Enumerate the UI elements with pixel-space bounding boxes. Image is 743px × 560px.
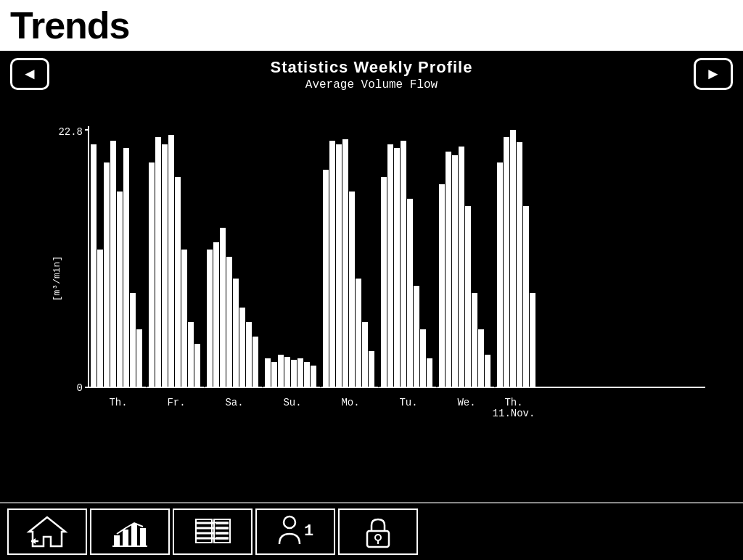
bar-fr-8 [194, 344, 200, 387]
bar-fr-5 [175, 177, 181, 387]
bar-tu-4 [401, 141, 406, 387]
bar-su-6 [297, 358, 303, 387]
bar-tu-2 [387, 144, 393, 387]
bar-fr-1 [149, 162, 155, 387]
bar-th1-6 [123, 148, 129, 387]
bar-tu-8 [427, 358, 432, 387]
next-button[interactable]: ► [694, 58, 733, 90]
bar-mo-5 [349, 192, 355, 387]
home-icon [25, 514, 69, 550]
y-min-label: 0 [77, 382, 83, 394]
chart-header: ◄ Statistics Weekly Profile Average Volu… [10, 58, 733, 91]
bar-su-4 [284, 357, 290, 387]
bar-mo-7 [362, 322, 368, 387]
bar-th1-8 [136, 329, 142, 387]
bar-th2-4 [517, 142, 522, 387]
bar-sa-2 [213, 242, 219, 387]
bar-sa-4 [226, 257, 232, 387]
svg-text:1: 1 [304, 522, 313, 540]
bar-fr-2 [155, 137, 161, 387]
x-label-th2: Th. [504, 397, 522, 408]
bar-we-1 [439, 184, 445, 387]
list-icon [191, 514, 234, 550]
bar-sa-8 [253, 337, 258, 387]
bar-tu-7 [420, 329, 426, 387]
bar-we-3 [452, 155, 458, 387]
bar-th1-3 [104, 162, 110, 387]
svg-rect-21 [367, 531, 389, 547]
bar-tu-5 [407, 199, 413, 387]
bar-sa-1 [207, 250, 213, 387]
bar-th1-1 [91, 144, 97, 387]
bar-sa-5 [233, 279, 239, 387]
bar-th1-2 [97, 250, 103, 387]
x-label-tu: Tu. [399, 397, 417, 408]
chart-title-block: Statistics Weekly Profile Average Volume… [49, 58, 694, 91]
bar-su-7 [304, 362, 310, 387]
bar-tu-3 [394, 148, 400, 387]
y-axis-label: [m³/min] [52, 256, 62, 301]
bar-th1-5 [117, 192, 123, 387]
bar-mo-4 [342, 139, 348, 387]
lock-button[interactable] [338, 508, 418, 555]
bar-su-1 [265, 358, 271, 387]
bar-th1-4 [110, 141, 116, 387]
bar-sa-3 [220, 228, 226, 387]
chart-svg: [m³/min] 22.8 0 [30, 97, 713, 424]
bar-fr-3 [162, 144, 168, 387]
trends-button[interactable] [90, 508, 170, 555]
bar-mo-8 [369, 351, 374, 387]
svg-rect-5 [131, 524, 137, 546]
bar-fr-7 [188, 322, 194, 387]
x-date-label: 11.Nov. [493, 408, 535, 419]
bar-fr-4 [168, 135, 174, 387]
bar-mo-6 [356, 279, 361, 387]
bar-th2-3 [510, 130, 516, 387]
bar-su-5 [291, 360, 297, 387]
config-button[interactable]: 1 [255, 508, 335, 555]
bar-mo-3 [336, 144, 342, 387]
bar-we-4 [459, 147, 464, 387]
bar-sa-6 [239, 308, 245, 387]
svg-rect-3 [114, 535, 120, 546]
x-label-mo: Mo. [341, 397, 359, 408]
bar-fr-6 [181, 250, 187, 387]
bar-we-6 [472, 293, 477, 387]
bar-we-2 [446, 152, 451, 387]
lock-icon [356, 514, 400, 550]
x-label-fr: Fr. [167, 397, 185, 408]
svg-rect-6 [140, 528, 146, 546]
bar-tu-1 [381, 177, 387, 387]
list-button[interactable] [173, 508, 253, 555]
bar-su-3 [278, 355, 284, 387]
bar-su-8 [311, 366, 316, 387]
svg-rect-4 [123, 530, 128, 546]
bar-th2-6 [530, 293, 535, 387]
bar-we-5 [465, 206, 471, 387]
home-button[interactable] [7, 508, 87, 555]
chart-container: [m³/min] 22.8 0 [30, 97, 713, 424]
bar-tu-6 [414, 286, 419, 387]
prev-button[interactable]: ◄ [10, 58, 49, 90]
bar-we-7 [478, 329, 484, 387]
bar-mo-2 [329, 141, 335, 387]
bar-th2-1 [497, 162, 503, 387]
bar-mo-1 [323, 170, 329, 387]
bar-we-8 [485, 355, 490, 387]
trends-icon [108, 514, 152, 550]
x-label-su: Su. [283, 397, 301, 408]
chart-sub-title: Average Volume Flow [49, 78, 694, 91]
toolbar: 1 [0, 502, 743, 560]
bar-th2-2 [504, 137, 509, 387]
page-title: Trends [10, 4, 130, 47]
config-icon: 1 [274, 514, 317, 550]
x-label-we: We. [457, 397, 475, 408]
x-label-th1: Th. [109, 397, 127, 408]
x-label-sa: Sa. [225, 397, 243, 408]
bar-th2-5 [523, 206, 529, 387]
svg-point-22 [375, 535, 381, 540]
svg-point-19 [284, 516, 295, 528]
y-max-label: 22.8 [58, 126, 83, 138]
bar-su-2 [271, 362, 277, 387]
title-bar: Trends [0, 0, 743, 51]
